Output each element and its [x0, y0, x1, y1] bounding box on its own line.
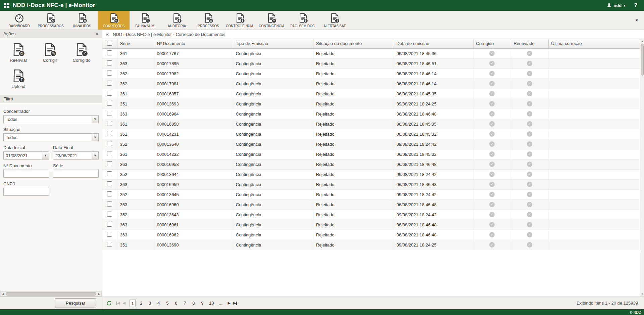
page-button-2[interactable]: 2	[138, 300, 144, 307]
row-checkbox[interactable]	[107, 181, 112, 186]
table-row[interactable]: 352 000013645 Contingência Rejeitado 09/…	[102, 189, 640, 199]
search-button[interactable]: Pesquisar	[55, 298, 96, 308]
scroll-down-icon[interactable]: ▼	[641, 292, 643, 296]
table-row[interactable]: 361 000016857 Contingência Rejeitado 06/…	[102, 89, 640, 99]
table-row[interactable]: 352 000013640 Contingência Rejeitado 09/…	[102, 139, 640, 149]
chevron-down-icon[interactable]: ▼	[42, 152, 49, 159]
table-row[interactable]: 362 000017982 Contingência Rejeitado 06/…	[102, 69, 640, 79]
action-upload[interactable]: ↑Upload	[11, 69, 26, 89]
row-checkbox[interactable]	[107, 232, 112, 237]
column-header-tipo-emissao[interactable]: Tipo de Emissão	[233, 39, 313, 48]
row-checkbox[interactable]	[107, 101, 112, 106]
toolbar-item-contingencia[interactable]: ✎CONTINGÊNCIA	[256, 11, 287, 30]
toolbar-item-alertas-sat[interactable]: !ALERTAS SAT	[319, 11, 350, 30]
table-row[interactable]: 362 000017981 Contingência Rejeitado 06/…	[102, 79, 640, 89]
collapse-toolbar-button[interactable]: «	[630, 17, 644, 23]
row-checkbox[interactable]	[107, 81, 112, 86]
toolbar-item-correcoes[interactable]: ✎CORREÇÕES	[98, 11, 130, 30]
cnpj-input[interactable]	[3, 188, 49, 196]
page-button-10[interactable]: 10	[208, 300, 215, 307]
action-corrigir[interactable]: ✎Corrigir	[43, 43, 57, 63]
row-checkbox[interactable]	[107, 201, 112, 207]
table-row[interactable]: 351 000013693 Contingência Rejeitado 09/…	[102, 99, 640, 109]
toolbar-item-processados[interactable]: ⚙PROCESSADOS	[35, 11, 66, 30]
scrollbar-thumb[interactable]	[6, 292, 96, 296]
row-checkbox[interactable]	[107, 191, 112, 196]
help-button[interactable]: ?	[634, 2, 637, 8]
row-checkbox[interactable]	[107, 151, 112, 156]
row-checkbox[interactable]	[107, 161, 112, 166]
toolbar-item-falha-num[interactable]: !FALHA NUM.	[130, 11, 161, 30]
scroll-left-icon[interactable]: ◀	[1, 292, 5, 296]
row-checkbox[interactable]	[107, 212, 112, 217]
select-all-checkbox[interactable]	[107, 41, 112, 46]
sidebar-horizontal-scrollbar[interactable]: ◀ ▶	[0, 291, 102, 297]
table-row[interactable]: 363 000016961 Contingência Rejeitado 06/…	[102, 220, 640, 230]
chevron-down-icon[interactable]: ▼	[92, 134, 98, 141]
row-checkbox[interactable]	[107, 131, 112, 136]
table-row[interactable]: 352 000013644 Contingência Rejeitado 09/…	[102, 169, 640, 179]
toolbar-item-invalidos[interactable]: ×INVÁLIDOS	[66, 11, 98, 30]
table-row[interactable]: 361 000014232 Contingência Rejeitado 06/…	[102, 149, 640, 159]
page-button-7[interactable]: 7	[182, 300, 188, 307]
row-checkbox[interactable]	[107, 60, 112, 65]
user-menu[interactable]: ndd ▾	[607, 3, 625, 8]
table-row[interactable]: 363 000017895 Contingência Rejeitado 06/…	[102, 58, 640, 69]
num-documento-input[interactable]	[3, 170, 49, 178]
row-checkbox[interactable]	[107, 171, 112, 176]
table-row[interactable]: 361 000017767 Contingência Rejeitado 06/…	[102, 48, 640, 58]
row-checkbox[interactable]	[107, 141, 112, 146]
table-row[interactable]: 351 000013690 Contingência Rejeitado 09/…	[102, 240, 640, 250]
page-button-9[interactable]: 9	[199, 300, 205, 307]
table-row[interactable]: 363 000016958 Contingência Rejeitado 06/…	[102, 159, 640, 169]
column-header-documento[interactable]: Nº Documento	[154, 39, 233, 48]
page-button-5[interactable]: 5	[164, 300, 170, 307]
column-header-serie[interactable]: Série	[117, 39, 154, 48]
action-corrigido[interactable]: ✓Corrigido	[73, 43, 91, 63]
next-page-button[interactable]: ▶	[228, 301, 230, 305]
collapse-actions-button[interactable]: «	[96, 31, 99, 36]
table-row[interactable]: 363 000016959 Contingência Rejeitado 06/…	[102, 179, 640, 189]
data-final-picker[interactable]: 23/08/2021 ▼	[53, 151, 99, 160]
row-checkbox[interactable]	[107, 111, 112, 116]
column-header-corrigido[interactable]: Corrigido	[473, 39, 511, 48]
table-row[interactable]: 361 000014231 Contingência Rejeitado 06/…	[102, 129, 640, 139]
row-checkbox[interactable]	[107, 91, 112, 96]
chevron-down-icon[interactable]: ▼	[92, 152, 98, 159]
page-button-4[interactable]: 4	[156, 300, 162, 307]
column-header-ultima-correcao[interactable]: Última correção	[548, 39, 640, 48]
scroll-right-icon[interactable]: ▶	[97, 292, 101, 296]
refresh-button[interactable]	[106, 301, 112, 306]
first-page-button[interactable]: ◀	[116, 301, 120, 305]
table-row[interactable]: 363 000016960 Contingência Rejeitado 06/…	[102, 199, 640, 210]
collapse-sidebar-button[interactable]: «	[106, 32, 109, 37]
toolbar-item-auditoria[interactable]: iAUDITORIA	[161, 11, 193, 30]
page-button-6[interactable]: 6	[173, 300, 179, 307]
row-checkbox[interactable]	[107, 71, 112, 76]
action-reenviar[interactable]: ↻Reenviar	[10, 43, 27, 63]
column-header-reenviado[interactable]: Reenviado	[511, 39, 548, 48]
data-inicial-picker[interactable]: 01/08/2021 ▼	[3, 151, 49, 160]
page-button-8[interactable]: 8	[191, 300, 197, 307]
table-row[interactable]: 363 000016964 Contingência Rejeitado 06/…	[102, 109, 640, 119]
row-checkbox[interactable]	[107, 242, 112, 247]
toolbar-item-controle-num[interactable]: iCONTROLE NUM.	[224, 11, 256, 30]
scrollbar-thumb[interactable]	[641, 44, 644, 76]
serie-input[interactable]	[53, 170, 99, 178]
table-row[interactable]: 361 000016858 Contingência Rejeitado 06/…	[102, 119, 640, 129]
situacao-select[interactable]: Todos ▼	[3, 133, 99, 141]
scroll-up-icon[interactable]: ▲	[641, 40, 643, 43]
column-header-situacao[interactable]: Situação do documento	[313, 39, 394, 48]
toolbar-item-dashboard[interactable]: DASHBOARD	[3, 11, 35, 30]
table-row[interactable]: 352 000013643 Contingência Rejeitado 09/…	[102, 210, 640, 220]
row-checkbox[interactable]	[107, 50, 112, 55]
column-header-data-emissao[interactable]: Data de emissão	[394, 39, 473, 48]
toolbar-item-pag-sem-doc[interactable]: iPAG. SEM DOC.	[287, 11, 319, 30]
chevron-down-icon[interactable]: ▼	[92, 116, 98, 123]
table-row[interactable]: 363 000016962 Contingência Rejeitado 06/…	[102, 230, 640, 240]
page-button-3[interactable]: 3	[147, 300, 153, 307]
concentrador-select[interactable]: Todos ▼	[3, 115, 99, 123]
prev-page-button[interactable]: ◀	[122, 301, 125, 305]
last-page-button[interactable]: ▶	[233, 301, 237, 305]
row-checkbox[interactable]	[107, 222, 112, 227]
